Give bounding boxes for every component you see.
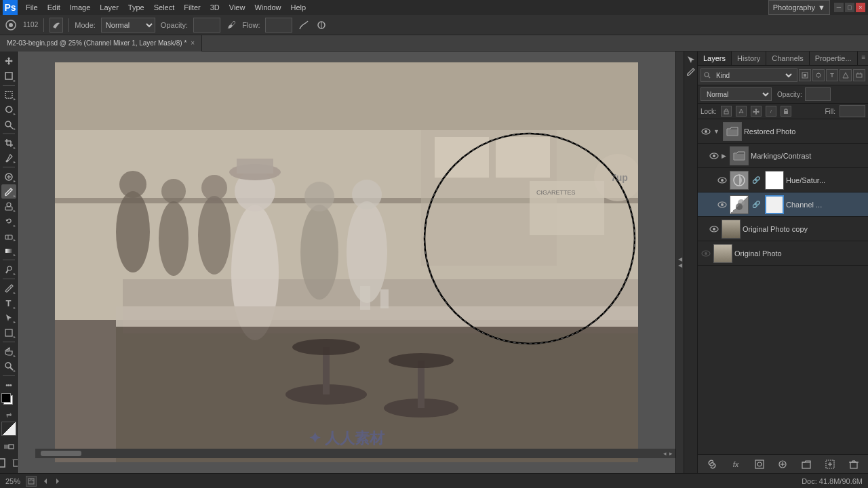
tab-layers[interactable]: Layers: [698, 52, 732, 65]
h-scroll-right[interactable]: ▸: [669, 450, 673, 457]
quick-mask-button[interactable]: [1, 439, 16, 453]
layer-visibility-2[interactable]: [717, 175, 728, 186]
menu-layer[interactable]: Layer: [96, 2, 123, 13]
layer-visibility-1[interactable]: [709, 150, 719, 161]
filter-pixel-btn[interactable]: [799, 69, 811, 81]
history-brush-tool[interactable]: ▸: [1, 214, 16, 228]
layer-channel-mixer[interactable]: 🔗 Channel ...: [698, 192, 868, 217]
new-group-btn[interactable]: [800, 458, 813, 471]
zoom-fit-btn[interactable]: [26, 476, 37, 487]
menu-window[interactable]: Window: [250, 2, 285, 13]
zoom-tool[interactable]: ▸: [1, 359, 16, 373]
nav-next-btn[interactable]: [54, 478, 61, 485]
menu-filter[interactable]: Filter: [180, 2, 204, 13]
menu-type[interactable]: Type: [124, 2, 149, 13]
menu-image[interactable]: Image: [66, 2, 95, 13]
flow-input[interactable]: 100%: [265, 18, 292, 33]
mode-select[interactable]: Normal: [101, 18, 155, 33]
tab-close-button[interactable]: ×: [191, 39, 195, 47]
layer-visibility-3[interactable]: [717, 199, 728, 210]
symmetry-icon[interactable]: [315, 19, 328, 31]
crop-tool[interactable]: ▸: [1, 136, 16, 150]
delete-layer-btn[interactable]: [847, 458, 861, 471]
quick-select-tool[interactable]: ▸: [1, 117, 16, 131]
lock-artboard-btn[interactable]: /: [766, 106, 776, 117]
opacity-input[interactable]: 100%: [193, 18, 220, 33]
new-layer-btn[interactable]: [823, 458, 837, 471]
rectangular-marquee[interactable]: ▸: [1, 88, 16, 102]
layer-visibility-0[interactable]: [701, 126, 711, 137]
swap-colors-button[interactable]: ⇄: [3, 409, 15, 421]
brush-tool[interactable]: ▸: [1, 184, 16, 199]
menu-edit[interactable]: Edit: [43, 2, 64, 13]
new-fill-adjustment-btn[interactable]: [776, 458, 789, 471]
panel-collapse-handle[interactable]: ◀◀: [675, 52, 684, 473]
brush-picker-button[interactable]: [50, 18, 63, 33]
menu-view[interactable]: View: [225, 2, 250, 13]
default-colors-button[interactable]: [1, 422, 16, 436]
fill-value[interactable]: 100%: [840, 105, 865, 117]
clone-stamp-tool[interactable]: ▸: [1, 199, 16, 214]
menu-select[interactable]: Select: [150, 2, 179, 13]
filter-type-btn[interactable]: T: [826, 69, 838, 81]
foreground-color-swatch[interactable]: [1, 393, 11, 403]
shape-tool[interactable]: ▸: [1, 325, 16, 340]
smoothing-icon[interactable]: [298, 19, 310, 31]
link-layers-btn[interactable]: [705, 458, 719, 471]
filter-shape-btn[interactable]: [840, 69, 852, 81]
filter-smart-btn[interactable]: [853, 69, 865, 81]
maximize-button[interactable]: □: [845, 3, 854, 12]
layer-restored-photo[interactable]: ▼ Restored Photo: [698, 119, 868, 144]
eraser-tool[interactable]: ▸: [1, 229, 16, 243]
layer-original-photo[interactable]: Original Photo: [698, 241, 868, 266]
layer-visibility-5[interactable]: [701, 248, 711, 259]
add-mask-btn[interactable]: [753, 458, 766, 471]
close-button[interactable]: ×: [856, 3, 865, 12]
airbrush-toggle[interactable]: 🖌: [226, 20, 237, 30]
eyedropper-tool[interactable]: ▸: [1, 151, 16, 165]
artboard-tool[interactable]: ▸: [1, 69, 16, 83]
heal-tool[interactable]: ▸: [1, 169, 16, 184]
panel-menu-btn[interactable]: ≡: [858, 52, 868, 65]
canvas-image[interactable]: 7up CIGARETTES 人人素材: [55, 62, 638, 462]
h-scroll-thumb[interactable]: [41, 451, 81, 456]
move-tool[interactable]: [1, 54, 16, 68]
group-collapse-1[interactable]: ▶: [722, 152, 726, 159]
dodge-tool[interactable]: ▸: [1, 262, 16, 277]
layer-visibility-4[interactable]: [709, 224, 719, 235]
lasso-tool[interactable]: ▸: [1, 102, 16, 117]
menu-help[interactable]: Help: [287, 2, 311, 13]
tab-channels[interactable]: Channels: [766, 52, 809, 65]
filter-adjustment-btn[interactable]: [812, 69, 825, 81]
select-mode-btn[interactable]: [686, 54, 696, 65]
menu-file[interactable]: File: [22, 2, 42, 13]
fx-btn[interactable]: fx: [729, 458, 743, 471]
h-scroll-left[interactable]: ◂: [663, 450, 667, 457]
pen-tool[interactable]: ▸: [1, 281, 16, 296]
minimize-button[interactable]: ─: [834, 3, 844, 12]
change-screen-mode[interactable]: [0, 455, 8, 470]
lock-position-btn[interactable]: [751, 106, 762, 117]
lock-image-btn[interactable]: [736, 106, 747, 117]
blend-mode-select[interactable]: Normal: [701, 87, 772, 101]
text-tool[interactable]: T ▸: [1, 296, 16, 310]
horizontal-scrollbar[interactable]: ◂ ▸: [35, 449, 675, 458]
document-tab[interactable]: M2-03-begin.psd @ 25% (Channel Mixer 1, …: [0, 35, 202, 52]
lock-all-btn[interactable]: [781, 106, 791, 117]
layer-original-photo-copy[interactable]: Original Photo copy: [698, 217, 868, 241]
hand-tool[interactable]: ▸: [1, 344, 16, 359]
opacity-value[interactable]: 100%: [805, 87, 831, 101]
kind-select[interactable]: Kind: [712, 68, 794, 82]
group-collapse-0[interactable]: ▼: [713, 128, 719, 135]
layer-hue-satur[interactable]: 🔗 Hue/Satur...: [698, 168, 868, 192]
layer-markings-contrast[interactable]: ▶ Markings/Contrast: [698, 144, 868, 168]
nav-prev-btn[interactable]: [42, 478, 49, 485]
menu-3d[interactable]: 3D: [206, 2, 224, 13]
gradient-tool[interactable]: ▸: [1, 243, 16, 258]
color-swatches[interactable]: [1, 393, 16, 407]
brush-mode-btn[interactable]: [686, 66, 696, 77]
path-select-tool[interactable]: ▸: [1, 311, 16, 325]
tab-history[interactable]: History: [732, 52, 766, 65]
workspace-selector[interactable]: Photography ▼: [768, 0, 830, 15]
lock-transparent-btn[interactable]: [721, 106, 732, 117]
